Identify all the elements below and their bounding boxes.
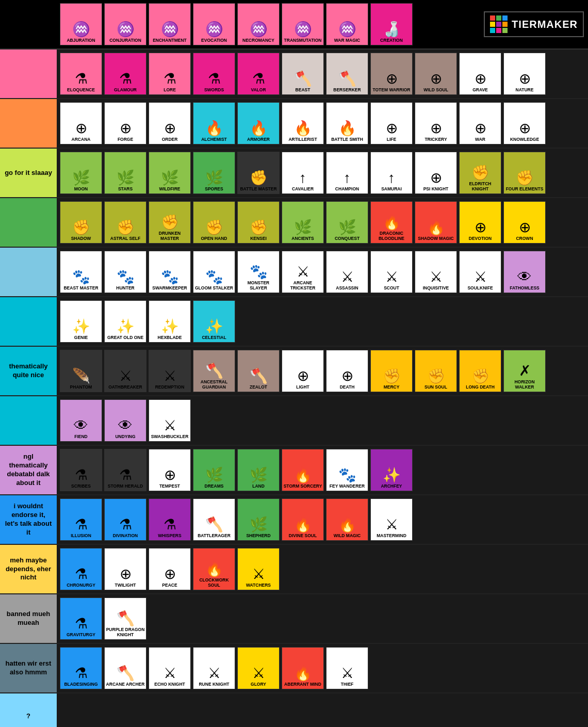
tier-item[interactable]: ✊ BATTLE MASTER xyxy=(237,152,280,194)
tier-item[interactable]: ⊕ TRICKERY xyxy=(415,102,457,144)
tier-item[interactable]: 🔥 CLOCKWORK SOUL xyxy=(193,548,235,590)
tier-item[interactable]: 🪓 PURPLE DRAGON KNIGHT xyxy=(104,597,146,640)
tier-item[interactable]: 🔥 DIVINE SOUL xyxy=(282,498,324,541)
tier-item[interactable]: 🌿 STARS xyxy=(104,152,146,194)
tier-item[interactable]: ⚗ VALOR xyxy=(237,53,280,95)
tier-item[interactable]: ⚗ SCRIBES xyxy=(60,449,102,491)
tier-item[interactable]: ⊕ TOTEM WARRIOR xyxy=(370,53,413,95)
tier-item[interactable]: ⊕ LIGHT xyxy=(282,350,324,392)
tier-item[interactable]: ⊕ NATURE xyxy=(503,53,546,95)
tier-item[interactable]: 🌿 SPORES xyxy=(193,152,235,194)
tier-item[interactable]: 🪓 BEAST xyxy=(282,53,324,95)
tier-item[interactable]: ✊ KENSEI xyxy=(237,201,280,244)
tier-item[interactable]: 🐾 HUNTER xyxy=(104,251,146,293)
tier-item[interactable]: 🐾 FEY WANDERER xyxy=(326,449,368,491)
tier-item[interactable]: 🪓 BERSERKER xyxy=(326,53,368,95)
tier-item[interactable]: ⊕ KNOWLEDGE xyxy=(503,102,546,144)
tier-item[interactable]: ✊ FOUR ELEMENTS xyxy=(503,152,546,194)
tier-item[interactable]: ⚗ GLAMOUR xyxy=(104,53,146,95)
tier-item[interactable]: 🌿 WILDFIRE xyxy=(149,152,191,194)
tier-item[interactable]: 🔥 STORM SORCERY xyxy=(282,449,324,491)
tier-item[interactable]: ⚗ WHISPERS xyxy=(149,498,191,541)
tier-item[interactable]: ⚗ ILLUSION xyxy=(60,498,102,541)
tier-item[interactable]: ✨ GREAT OLD ONE xyxy=(104,300,146,343)
header-item[interactable]: ♒ ABJURATION xyxy=(60,3,102,45)
tier-item[interactable]: 🌿 DREAMS xyxy=(193,449,235,491)
tier-item[interactable]: ⊕ PEACE xyxy=(149,548,191,590)
tier-item[interactable]: ⊕ WAR xyxy=(459,102,501,144)
tier-item[interactable]: ✗ HORIZON WALKER xyxy=(503,350,546,392)
tier-item[interactable]: ⚔ SWASHBUCKLER xyxy=(149,399,191,442)
tier-item[interactable]: ✊ LONG DEATH xyxy=(459,350,501,392)
tier-item[interactable]: ✨ CELESTIAL xyxy=(193,300,235,343)
header-item[interactable]: ♒ CONJURATION xyxy=(104,3,146,45)
tier-item[interactable]: ✨ HEXBLADE xyxy=(149,300,191,343)
tier-item[interactable]: 👁 UNDYING xyxy=(104,399,146,442)
tier-item[interactable]: ⊕ WILD SOUL xyxy=(415,53,457,95)
tier-item[interactable]: ⊕ DEATH xyxy=(326,350,368,392)
tier-item[interactable]: 🪓 ARCANE ARCHER xyxy=(104,647,146,689)
tier-item[interactable]: 🐾 BEAST MASTER xyxy=(60,251,102,293)
tier-item[interactable]: ⊕ LIFE xyxy=(370,102,413,144)
tier-item[interactable]: ⚗ BLADESINGING xyxy=(60,647,102,689)
tier-item[interactable]: 👁 FATHOMLESS xyxy=(503,251,546,293)
tier-item[interactable]: 🔥 DRACONIC BLOODLINE xyxy=(370,201,413,244)
tier-item[interactable]: 🔥 ARTILLERIST xyxy=(282,102,324,144)
header-item[interactable]: ♒ TRANSMUTATION xyxy=(282,3,324,45)
tier-item[interactable]: ⚔ ASSASSIN xyxy=(326,251,368,293)
tier-item[interactable]: ⚔ ARCANE TRICKSTER xyxy=(282,251,324,293)
tier-item[interactable]: ✊ ELDRITCH KNIGHT xyxy=(459,152,501,194)
tier-item[interactable]: ⚔ RUNE KNIGHT xyxy=(193,647,235,689)
tier-item[interactable]: ⚔ SOULKNIFE xyxy=(459,251,501,293)
tier-item[interactable]: ✨ GENIE xyxy=(60,300,102,343)
tier-item[interactable]: ✊ SHADOW xyxy=(60,201,102,244)
tier-item[interactable]: 🔥 ARMORER xyxy=(237,102,280,144)
tier-item[interactable]: 👁 FIEND xyxy=(60,399,102,442)
tier-item[interactable]: 🪓 ANCESTRAL GUARDIAN xyxy=(193,350,235,392)
tier-item[interactable]: ⊕ ORDER xyxy=(149,102,191,144)
tier-item[interactable]: ⚔ INQUISITIVE xyxy=(415,251,457,293)
tier-item[interactable]: ⊕ TEMPEST xyxy=(149,449,191,491)
tier-item[interactable]: 🐾 MONSTER SLAYER xyxy=(237,251,280,293)
tier-item[interactable]: ⚗ GRAVITURGY xyxy=(60,597,102,640)
tier-item[interactable]: ✊ SUN SOUL xyxy=(415,350,457,392)
header-item[interactable]: 🍶 CREATION xyxy=(370,3,413,45)
tier-item[interactable]: ⚔ WATCHERS xyxy=(237,548,280,590)
tier-item[interactable]: ⚔ GLORY xyxy=(237,647,280,689)
tier-item[interactable]: ✊ MERCY xyxy=(370,350,413,392)
tier-item[interactable]: ⚗ DIVINATION xyxy=(104,498,146,541)
tier-item[interactable]: 🐾 GLOOM STALKER xyxy=(193,251,235,293)
tier-item[interactable]: ⚗ STORM HERALD xyxy=(104,449,146,491)
tier-item[interactable]: 🔥 WILD MAGIC xyxy=(326,498,368,541)
tier-item[interactable]: 🔥 SHADOW MAGIC xyxy=(415,201,457,244)
header-item[interactable]: ♒ EVOCATION xyxy=(193,3,235,45)
tier-item[interactable]: 🐾 SWARMKEEPER xyxy=(149,251,191,293)
tier-item[interactable]: ✊ OPEN HAND xyxy=(193,201,235,244)
tier-item[interactable]: ⚗ SWORDS xyxy=(193,53,235,95)
tier-item[interactable]: ⊕ DEVOTION xyxy=(459,201,501,244)
tier-item[interactable]: 🔥 BATTLE SMITH xyxy=(326,102,368,144)
tier-item[interactable]: 🪓 ZEALOT xyxy=(237,350,280,392)
tier-item[interactable]: ⊕ FORGE xyxy=(104,102,146,144)
tier-item[interactable]: ⚔ ECHO KNIGHT xyxy=(149,647,191,689)
tier-item[interactable]: ⚔ OATHBREAKER xyxy=(104,350,146,392)
tier-item[interactable]: ⚔ REDEMPTION xyxy=(149,350,191,392)
tier-item[interactable]: ⊕ ARCANA xyxy=(60,102,102,144)
tier-item[interactable]: ⊕ GRAVE xyxy=(459,53,501,95)
header-item[interactable]: ♒ WAR MAGIC xyxy=(326,3,368,45)
tier-item[interactable]: 🌿 CONQUEST xyxy=(326,201,368,244)
tier-item[interactable]: 🪶 PHANTOM xyxy=(60,350,102,392)
header-item[interactable]: ♒ ENCHANTMENT xyxy=(149,3,191,45)
tier-item[interactable]: ⊕ TWILIGHT xyxy=(104,548,146,590)
tier-item[interactable]: ✊ DRUNKEN MASTER xyxy=(149,201,191,244)
tier-item[interactable]: ⚗ CHRONURGY xyxy=(60,548,102,590)
tier-item[interactable]: 🌿 LAND xyxy=(237,449,280,491)
tier-item[interactable]: ✊ ASTRAL SELF xyxy=(104,201,146,244)
tier-item[interactable]: ⚗ LORE xyxy=(149,53,191,95)
header-item[interactable]: ♒ NECROMANCY xyxy=(237,3,280,45)
tier-item[interactable]: 🔥 ALCHEMIST xyxy=(193,102,235,144)
tier-item[interactable]: ⚗ ELOQUENCE xyxy=(60,53,102,95)
tier-item[interactable]: ⚔ SCOUT xyxy=(370,251,413,293)
tier-item[interactable]: ⚔ THIEF xyxy=(326,647,368,689)
tier-item[interactable]: ⊕ CROWN xyxy=(503,201,546,244)
